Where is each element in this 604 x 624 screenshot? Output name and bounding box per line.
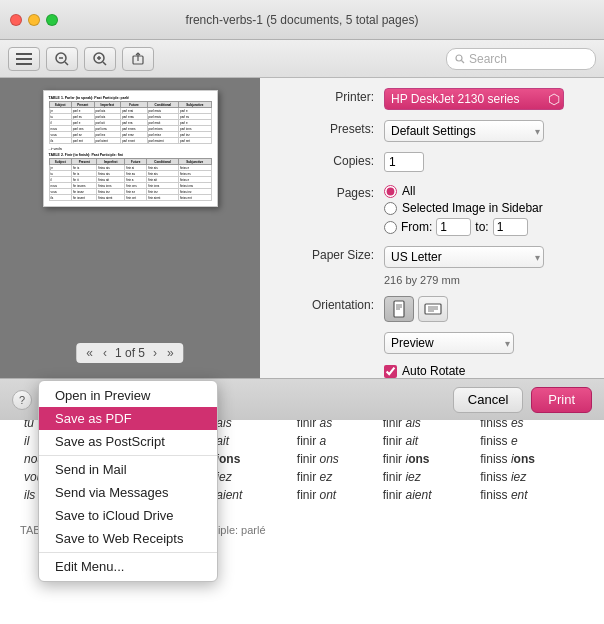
copies-control bbox=[384, 152, 590, 172]
svg-line-9 bbox=[103, 62, 106, 65]
page-indicator: 1 of 5 bbox=[115, 346, 145, 360]
cell: finiss e bbox=[476, 432, 584, 450]
toolbar: Search bbox=[0, 40, 604, 78]
preview-select[interactable]: Preview bbox=[384, 332, 514, 354]
close-button[interactable] bbox=[10, 14, 22, 26]
orientation-control bbox=[384, 296, 590, 322]
next-page-button[interactable]: › bbox=[151, 346, 159, 360]
pages-label: Pages: bbox=[274, 184, 384, 200]
svg-rect-0 bbox=[16, 53, 32, 55]
svg-point-12 bbox=[456, 55, 462, 61]
cell: finir ions bbox=[379, 450, 476, 468]
cell: finir a bbox=[293, 432, 379, 450]
preview-select-wrapper: Preview ▾ bbox=[384, 332, 514, 354]
menu-item-send-mail[interactable]: Send in Mail bbox=[39, 458, 217, 481]
printer-label: Printer: bbox=[274, 88, 384, 104]
auto-rotate-empty-label bbox=[274, 364, 384, 366]
cell: finiss ions bbox=[476, 450, 584, 468]
table2-caption: TABLE 2. Finir (to finish): Past Partici… bbox=[49, 153, 212, 157]
printer-select[interactable]: HP DeskJet 2130 series bbox=[384, 88, 564, 110]
printer-setting: Printer: HP DeskJet 2130 series ⬡ bbox=[274, 88, 590, 110]
table1-caption: TABLE 1. Parler (to speak): Past Partici… bbox=[49, 96, 212, 100]
presets-setting: Presets: Default Settings ▾ bbox=[274, 120, 590, 142]
maximize-button[interactable] bbox=[46, 14, 58, 26]
cancel-button[interactable]: Cancel bbox=[453, 387, 523, 413]
preview-empty-label bbox=[274, 332, 384, 334]
svg-line-5 bbox=[65, 62, 68, 65]
cell: finir aient bbox=[379, 486, 476, 504]
cell: finir ont bbox=[293, 486, 379, 504]
pages-to-input[interactable] bbox=[493, 218, 528, 236]
doc-table-1: Subject Present Imperfect Future Conditi… bbox=[49, 101, 212, 144]
pages-range-radio[interactable] bbox=[384, 221, 397, 234]
menu-separator-2 bbox=[39, 552, 217, 553]
document-preview-panel: TABLE 1. Parler (to speak): Past Partici… bbox=[0, 78, 260, 378]
search-placeholder: Search bbox=[469, 52, 507, 66]
menu-item-send-messages-label: Send via Messages bbox=[55, 485, 168, 500]
minimize-button[interactable] bbox=[28, 14, 40, 26]
printer-select-wrapper: HP DeskJet 2130 series ⬡ bbox=[384, 88, 564, 110]
sidebar-toggle-button[interactable] bbox=[8, 47, 40, 71]
presets-select-wrapper: Default Settings ▾ bbox=[384, 120, 544, 142]
window-controls bbox=[10, 14, 58, 26]
menu-item-send-mail-label: Send in Mail bbox=[55, 462, 127, 477]
menu-separator-1 bbox=[39, 455, 217, 456]
presets-control: Default Settings ▾ bbox=[384, 120, 590, 142]
landscape-button[interactable] bbox=[418, 296, 448, 322]
copies-label: Copies: bbox=[274, 152, 384, 168]
menu-item-send-messages[interactable]: Send via Messages bbox=[39, 481, 217, 504]
auto-rotate-label: Auto Rotate bbox=[402, 364, 465, 378]
first-page-button[interactable]: « bbox=[84, 346, 95, 360]
app-window: tu fin is finiss als finir as finir als … bbox=[0, 0, 604, 624]
menu-item-save-pdf[interactable]: Save as PDF bbox=[39, 407, 217, 430]
orientation-buttons bbox=[384, 296, 448, 322]
preview-control: Preview ▾ bbox=[384, 332, 590, 354]
pages-from-label: From: bbox=[401, 220, 432, 234]
orientation-setting: Orientation: bbox=[274, 296, 590, 322]
pages-selected-label: Selected Image in Sidebar bbox=[402, 201, 543, 215]
pages-all-row: All bbox=[384, 184, 543, 198]
zoom-in-button[interactable] bbox=[84, 47, 116, 71]
printer-control: HP DeskJet 2130 series ⬡ bbox=[384, 88, 590, 110]
titlebar: french-verbs-1 (5 documents, 5 total pag… bbox=[0, 0, 604, 40]
preview-setting: Preview ▾ bbox=[274, 332, 590, 354]
share-button[interactable] bbox=[122, 47, 154, 71]
copies-input[interactable] bbox=[384, 152, 424, 172]
pages-from-input[interactable] bbox=[436, 218, 471, 236]
paper-size-setting: Paper Size: US Letter ▾ 216 by 279 mm bbox=[274, 246, 590, 286]
pages-all-radio[interactable] bbox=[384, 185, 397, 198]
cell: finir ez bbox=[293, 468, 379, 486]
last-page-button[interactable]: » bbox=[165, 346, 176, 360]
paper-size-control: US Letter ▾ 216 by 279 mm bbox=[384, 246, 590, 286]
pdf-dropdown-menu: Open in Preview Save as PDF Save as Post… bbox=[38, 380, 218, 582]
menu-item-save-icloud[interactable]: Save to iCloud Drive bbox=[39, 504, 217, 527]
cell: finir ons bbox=[293, 450, 379, 468]
cell: finiss ent bbox=[476, 486, 584, 504]
svg-rect-1 bbox=[16, 58, 32, 60]
menu-item-edit-menu[interactable]: Edit Menu... bbox=[39, 555, 217, 578]
presets-select[interactable]: Default Settings bbox=[384, 120, 544, 142]
zoom-out-button[interactable] bbox=[46, 47, 78, 71]
pages-control: All Selected Image in Sidebar From: to: bbox=[384, 184, 590, 236]
pages-selected-row: Selected Image in Sidebar bbox=[384, 201, 543, 215]
search-box[interactable]: Search bbox=[446, 48, 596, 70]
pages-selected-radio[interactable] bbox=[384, 202, 397, 215]
paper-size-select[interactable]: US Letter bbox=[384, 246, 544, 268]
svg-line-13 bbox=[462, 60, 465, 63]
paper-size-label: Paper Size: bbox=[274, 246, 384, 262]
portrait-button[interactable] bbox=[384, 296, 414, 322]
menu-item-save-postscript-label: Save as PostScript bbox=[55, 434, 165, 449]
menu-item-edit-menu-label: Edit Menu... bbox=[55, 559, 124, 574]
menu-item-save-web[interactable]: Save to Web Receipts bbox=[39, 527, 217, 550]
print-button[interactable]: Print bbox=[531, 387, 592, 413]
menu-item-save-postscript[interactable]: Save as PostScript bbox=[39, 430, 217, 453]
pages-radio-group: All Selected Image in Sidebar From: to: bbox=[384, 184, 543, 236]
window-title: french-verbs-1 (5 documents, 5 total pag… bbox=[186, 13, 419, 27]
prev-page-button[interactable]: ‹ bbox=[101, 346, 109, 360]
pages-from-to-row: From: to: bbox=[384, 218, 543, 236]
paper-size-select-wrapper: US Letter ▾ bbox=[384, 246, 544, 268]
help-button[interactable]: ? bbox=[12, 390, 32, 410]
menu-item-open-preview[interactable]: Open in Preview bbox=[39, 384, 217, 407]
doc-note: - ir verbs bbox=[49, 147, 212, 151]
auto-rotate-checkbox[interactable] bbox=[384, 365, 397, 378]
